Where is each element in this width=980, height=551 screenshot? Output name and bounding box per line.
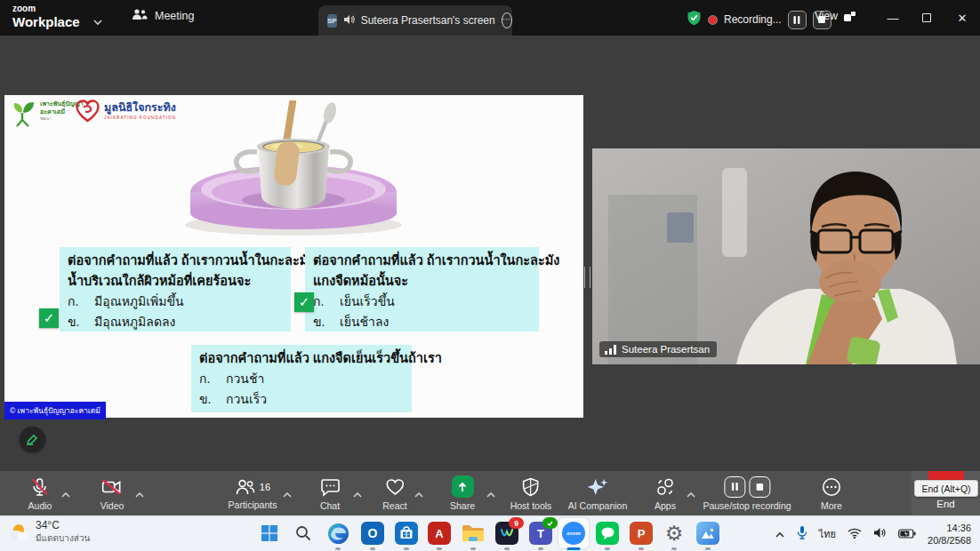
panel-resize-handle[interactable] xyxy=(584,267,590,288)
close-button[interactable]: ✕ xyxy=(944,0,980,36)
ms-store-icon xyxy=(395,522,418,545)
recording-label: Recording... xyxy=(724,13,782,26)
view-button[interactable]: View xyxy=(815,10,855,22)
react-options-chevron-icon[interactable] xyxy=(414,486,423,502)
restore-icon xyxy=(922,13,931,22)
powerpoint-icon: P xyxy=(630,522,653,545)
taskbar-app-webex[interactable]: 9 xyxy=(494,521,519,546)
line-icon xyxy=(596,522,619,545)
screen-share-tab[interactable]: SP Suteera Prasertsan's screen ⋯ xyxy=(318,5,512,36)
shield-icon xyxy=(520,476,542,498)
taskbar-app-edge[interactable] xyxy=(325,521,350,546)
shared-screen-slide: เพาะพันธุ์ปัญญา อะคาเดมี พัฒนา มูลนิธิใจ… xyxy=(4,95,583,418)
q1-title-line1: ต่อจากคำถามที่แล้ว ถ้าเรากวนน้ำในกะละมัง xyxy=(68,251,283,271)
microphone-muted-icon xyxy=(29,476,51,498)
pause-recording-button[interactable] xyxy=(724,476,745,498)
start-button[interactable] xyxy=(257,521,282,546)
taskbar-clock[interactable]: 14:36 20/8/2568 xyxy=(928,522,971,547)
host-tools-button[interactable]: Host tools xyxy=(510,471,552,515)
q2-title-line1: ต่อจากคำถามที่แล้ว ถ้าเรากวนน้ำในกะละมัง xyxy=(313,251,531,271)
more-button[interactable]: More xyxy=(821,471,842,515)
search-icon xyxy=(295,525,311,541)
participant-video[interactable]: Suteera Prasertsan xyxy=(592,148,980,364)
stop-recording-button[interactable] xyxy=(749,476,770,498)
end-meeting-area[interactable]: End (Alt+Q) End xyxy=(912,471,980,515)
wifi-icon[interactable] xyxy=(847,526,862,542)
webex-notification-badge: 9 xyxy=(509,517,524,529)
taskbar-app-store[interactable] xyxy=(394,521,419,546)
pause-stop-recording-group: Pause/stop recording xyxy=(703,471,791,515)
partly-sunny-icon xyxy=(7,522,30,543)
audio-button[interactable]: Audio xyxy=(28,471,52,515)
windows-logo-icon xyxy=(261,525,277,541)
q1-correct-answer-check-icon: ✓ xyxy=(39,308,59,328)
tab-options-ellipsis-icon[interactable]: ⋯ xyxy=(502,12,512,28)
more-ellipsis-icon xyxy=(821,476,842,498)
outlook-icon: O xyxy=(361,522,384,545)
q3-title-line1: ต่อจากคำถามที่แล้ว แกงจืดเย็นเร็วขึ้นถ้า… xyxy=(199,348,404,369)
weather-widget[interactable]: 34°C มีแดดบางส่วน xyxy=(7,519,90,545)
tray-microphone-icon[interactable] xyxy=(797,525,807,543)
meeting-toolbar: Audio Video 16 xyxy=(0,471,980,515)
input-language-indicator[interactable]: ไทย xyxy=(819,526,836,542)
zoom-workplace-logo[interactable]: zoom Workplace xyxy=(12,4,80,28)
participant-name-tag: Suteera Prasertsan xyxy=(599,341,717,357)
taskbar-app-file-explorer[interactable] xyxy=(461,521,486,546)
battery-icon[interactable] xyxy=(898,526,916,542)
apps-button[interactable]: Apps xyxy=(655,471,676,515)
restore-button[interactable] xyxy=(909,0,944,36)
taskbar-app-outlook[interactable]: O xyxy=(360,521,385,546)
chat-button[interactable]: Chat xyxy=(319,471,341,515)
sprout-logo-icon xyxy=(12,100,36,127)
meeting-tab[interactable]: Meeting xyxy=(132,8,194,23)
zoom-app-icon: zoom xyxy=(562,522,585,545)
foundation-sub: JAIKRATING FOUNDATION xyxy=(104,116,176,120)
taskbar-app-settings[interactable]: ⚙ xyxy=(662,521,687,546)
share-options-chevron-icon[interactable] xyxy=(486,486,495,502)
participants-icon xyxy=(235,477,256,497)
react-button[interactable]: React xyxy=(382,471,406,515)
volume-icon[interactable] xyxy=(873,526,887,542)
q3-option-b: ข. กวนเร็ว xyxy=(199,389,404,410)
foundation-name: มูลนิธิใจกระทิง xyxy=(104,102,176,115)
weather-temp: 34°C xyxy=(36,519,90,531)
camera-off-icon xyxy=(100,476,124,498)
chat-options-chevron-icon[interactable] xyxy=(353,486,362,502)
search-button[interactable] xyxy=(291,521,316,546)
share-screen-icon xyxy=(452,475,474,498)
video-options-chevron-icon[interactable] xyxy=(135,486,144,502)
security-shield-icon[interactable] xyxy=(687,10,702,29)
taskbar-app-powerpoint[interactable]: P xyxy=(629,521,654,546)
apps-icon xyxy=(655,476,676,498)
screen-share-tab-label: Suteera Prasertsan's screen xyxy=(361,14,495,27)
edge-icon xyxy=(327,523,349,545)
taskbar-app-photos[interactable] xyxy=(695,521,720,546)
ai-companion-button[interactable]: AI Companion xyxy=(568,471,628,515)
folder-icon xyxy=(462,523,485,543)
taskbar-app-zoom-active[interactable]: zoom xyxy=(561,521,586,546)
workspace-chevron-down-icon[interactable] xyxy=(92,13,103,29)
apps-options-chevron-icon[interactable] xyxy=(687,486,695,502)
taskbar-app-line[interactable] xyxy=(595,521,620,546)
zoom-meeting-window: zoom Workplace Meeting SP Suteera Praser… xyxy=(0,0,980,551)
question-box-3: ต่อจากคำถามที่แล้ว แกงจืดเย็นเร็วขึ้นถ้า… xyxy=(191,345,412,412)
avatar: SP xyxy=(327,14,337,28)
annotate-button[interactable] xyxy=(20,427,45,452)
pause-recording-button[interactable] xyxy=(788,11,807,29)
taskbar-app-acrobat[interactable]: A xyxy=(427,521,452,546)
participants-options-chevron-icon[interactable] xyxy=(283,486,292,502)
clock-time: 14:36 xyxy=(928,522,971,534)
taskbar-app-teams[interactable]: T xyxy=(528,521,553,546)
title-bar: zoom Workplace Meeting SP Suteera Praser… xyxy=(0,0,980,36)
minimize-button[interactable]: — xyxy=(875,0,911,36)
recording-dot-icon xyxy=(708,15,718,25)
participants-button[interactable]: 16 Participants xyxy=(229,471,277,515)
heart-logo-icon xyxy=(76,100,100,123)
tray-chevron-up-icon[interactable] xyxy=(775,526,785,542)
clock-date: 20/8/2568 xyxy=(928,534,971,547)
weather-condition: มีแดดบางส่วน xyxy=(36,531,90,545)
video-button[interactable]: Video xyxy=(100,471,125,515)
share-button[interactable]: Share xyxy=(450,471,475,515)
end-tooltip: End (Alt+Q) xyxy=(914,480,978,497)
audio-options-chevron-icon[interactable] xyxy=(61,486,70,502)
